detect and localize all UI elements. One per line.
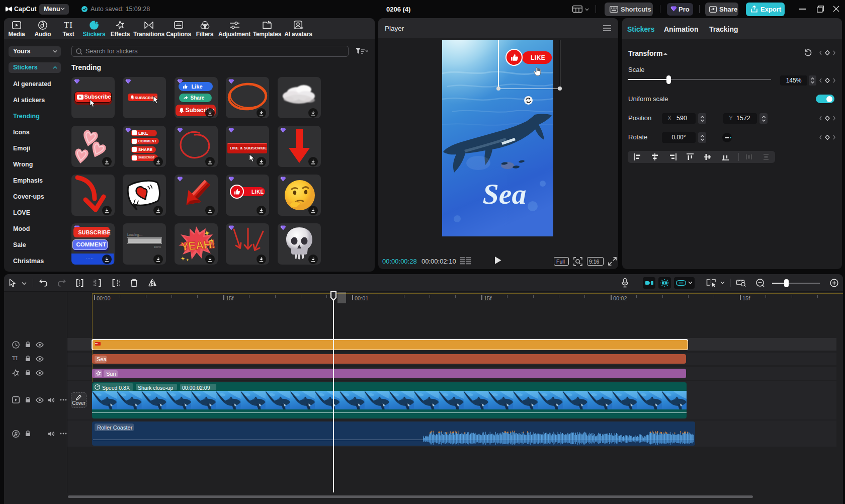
svg-text:Sea: Sea — [483, 178, 527, 210]
svg-text:YEAH!: YEAH! — [180, 237, 215, 253]
